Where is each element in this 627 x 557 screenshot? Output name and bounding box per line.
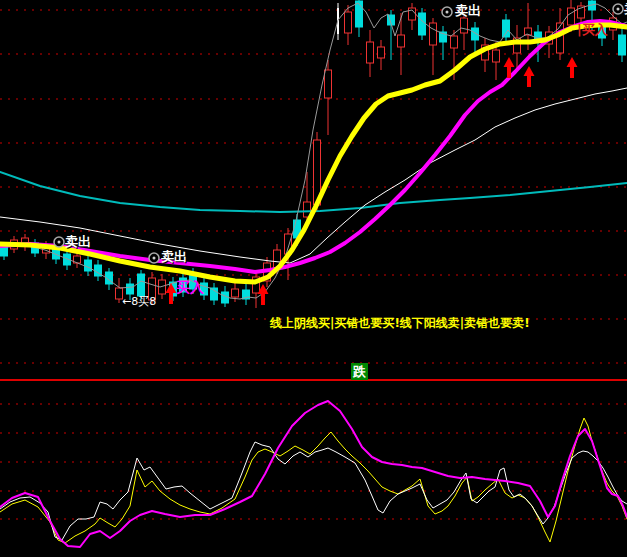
buy-point-small-label: ←8买8 [122, 296, 156, 307]
buy-signal-label-magenta: 买入 [176, 280, 204, 294]
buy-signal-label-red: |买入 [577, 23, 608, 36]
stock-chart-canvas[interactable] [0, 0, 627, 557]
sell-signal-label-1: 卖出 [65, 235, 91, 248]
sell-signal-label-2: 卖出 [161, 250, 187, 263]
sell-signal-label-3: 卖出 [455, 4, 481, 17]
indicator-tab-fall[interactable]: 跌 [351, 363, 368, 380]
strategy-banner-text: 线上阴线买|买错也要买!线下阳线卖|卖错也要卖! [270, 317, 530, 329]
stock-chart-app: 卖出 卖出 卖出 卖出 买入 ←8买8 |买入 线上阴线买|买错也要买!线下阳线… [0, 0, 627, 557]
